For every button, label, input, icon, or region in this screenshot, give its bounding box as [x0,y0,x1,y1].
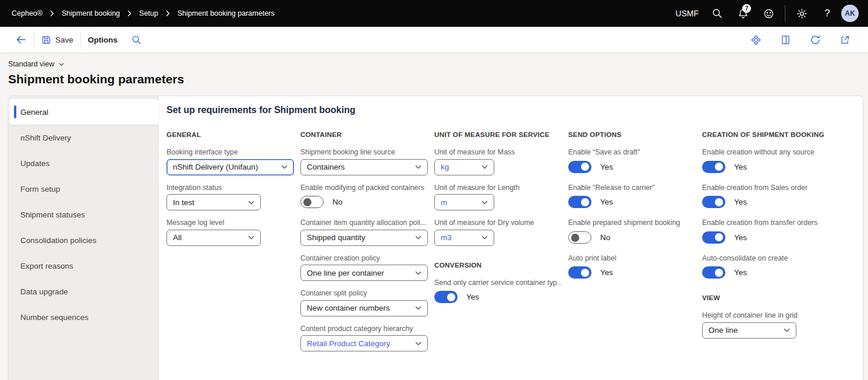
action-pane-search-button[interactable] [125,27,148,52]
field-label: Unit of measure for Mass [434,148,562,157]
chevron-down-icon [414,340,422,347]
section-uom: UNIT OF MEASURE FOR SERVICE Unit of meas… [434,131,562,246]
chevron-down-icon [58,61,65,68]
back-arrow-icon [15,34,27,45]
toggle-state-label: Yes [734,198,747,206]
sidebar-item-shipment-statuses[interactable]: Shipment statuses [9,202,159,227]
prepared-shipment-booking-toggle[interactable] [568,231,591,244]
breadcrumb-area[interactable]: Setup [139,9,158,17]
help-button[interactable]: ? [814,0,840,27]
page-title: Shipment booking parameters [8,72,863,86]
section-title: CONVERSION [434,261,562,269]
line-source-select[interactable]: Containers [300,159,428,175]
field-label: Integration status [166,184,294,193]
uom-length-select[interactable]: m [434,194,494,210]
field-label: Send only carrier service container typ.… [434,279,562,288]
feedback-smiley-icon [763,8,774,19]
creation-without-source-toggle[interactable] [702,161,725,173]
container-line-height-select[interactable]: One line [702,322,796,339]
notifications-button[interactable]: 7 [730,0,756,27]
column-creation: CREATION OF SHIPMENT BOOKING Enable crea… [702,131,830,360]
field-label: Content product category hierarchy [300,325,428,334]
breadcrumb: Cepheo® Shipment booking Setup Shipment … [12,9,275,17]
sidebar-item-updates[interactable]: Updates [9,150,159,176]
section-title: VIEW [702,294,830,302]
section-container: CONTAINER Shipment booking line source C… [300,131,428,351]
field-auto-consolidate: Auto-consolidate on create Yes [702,254,830,279]
sidebar-item-nshift-delivery[interactable]: nShift Delivery [9,125,159,150]
sidebar-item-label: Form setup [20,185,60,193]
save-button-label: Save [55,36,73,44]
auto-print-label-toggle[interactable] [568,266,591,279]
avatar[interactable]: AK [841,5,859,22]
sidebar-item-label: Updates [20,159,49,168]
refresh-button[interactable] [804,34,827,45]
settings-button[interactable] [789,0,814,27]
chevron-down-icon [247,199,255,206]
task-recorder-button[interactable] [774,34,797,45]
help-icon: ? [824,8,830,19]
open-in-new-window-button[interactable] [834,34,856,45]
item-qty-allocation-policy-select[interactable]: Shipped quantity [300,230,428,246]
uom-dry-volume-select[interactable]: m3 [434,230,494,246]
creation-from-transfer-orders-toggle[interactable] [702,231,725,244]
sidebar-item-form-setup[interactable]: Form setup [9,176,159,202]
chevron-down-icon [414,234,422,241]
breadcrumb-page[interactable]: Shipment booking parameters [178,9,275,17]
content-category-hierarchy-select[interactable]: Retail Product Category [300,335,428,351]
task-recorder-book-icon [780,34,791,45]
field-label: Unit of measure for Dry volume [434,219,562,228]
notification-badge: 7 [742,4,751,13]
toggle-state-label: Yes [600,268,613,277]
sidebar-item-general[interactable]: General [9,99,159,125]
field-creation-from-sales-order: Enable creation from Sales order Yes [702,184,830,209]
integration-status-select[interactable]: In test [166,194,261,210]
release-to-carrier-toggle[interactable] [568,196,591,208]
field-booking-interface-type: Booking interface type nShift Delivery (… [166,148,294,175]
search-button[interactable] [704,0,730,27]
tab-content-general: Set up requirements for Shipment booking… [159,96,863,380]
field-label: Height of container line in grid [702,311,830,321]
enable-modifying-packed-toggle[interactable] [300,196,324,208]
creation-from-sales-order-toggle[interactable] [702,196,725,208]
field-columns: GENERAL Booking interface type nShift De… [166,131,863,360]
chevron-down-icon [783,326,791,334]
sidebar-item-label: Consolidation policies [20,236,97,245]
field-content-category-hierarchy: Content product category hierarchy Retai… [300,325,428,352]
field-label: Enable creation without any source [702,148,830,157]
field-uom-mass: Unit of measure for Mass kg [434,148,562,175]
auto-consolidate-toggle[interactable] [702,266,725,279]
feedback-button[interactable] [756,0,781,27]
breadcrumb-module[interactable]: Shipment booking [62,9,120,17]
container-creation-policy-select[interactable]: One line per container [300,265,428,281]
field-label: Auto-consolidate on create [702,254,830,263]
back-button[interactable] [8,27,34,52]
refresh-icon [810,34,821,45]
uom-mass-select[interactable]: kg [434,159,494,175]
sidebar-item-export-reasons[interactable]: Export reasons [9,253,159,279]
view-selector[interactable]: Standard view [8,60,65,68]
sidebar-item-number-sequences[interactable]: Number sequences [9,304,159,330]
personalize-button[interactable] [745,34,767,45]
field-label: Enable "Release to carrier" [568,184,696,193]
send-only-carrier-container-toggle[interactable] [434,291,458,303]
toggle-state-label: Yes [734,163,747,171]
booking-interface-type-select[interactable]: nShift Delivery (Unifaun) [166,159,294,175]
sidebar-item-consolidation-policies[interactable]: Consolidation policies [9,227,159,253]
save-button[interactable]: Save [34,27,80,52]
chevron-down-icon [481,199,488,206]
container-split-policy-select[interactable]: New container numbers [300,300,428,316]
field-label: Container split policy [300,289,428,298]
topbar-divider [785,5,785,22]
field-release-to-carrier: Enable "Release to carrier" Yes [568,184,696,209]
view-selector-label: Standard view [8,60,54,68]
company-picker[interactable]: USMF [675,9,699,18]
field-label: Enable modifying of packed containers [300,184,428,193]
column-general: GENERAL Booking interface type nShift De… [166,131,294,360]
breadcrumb-home[interactable]: Cepheo® [12,9,42,17]
message-log-level-select[interactable]: All [166,230,261,246]
sidebar-item-data-upgrade[interactable]: Data upgrade [9,279,159,304]
save-as-draft-toggle[interactable] [568,161,591,173]
top-navigation-bar: Cepheo® Shipment booking Setup Shipment … [0,0,868,27]
options-menu[interactable]: Options [81,27,125,52]
